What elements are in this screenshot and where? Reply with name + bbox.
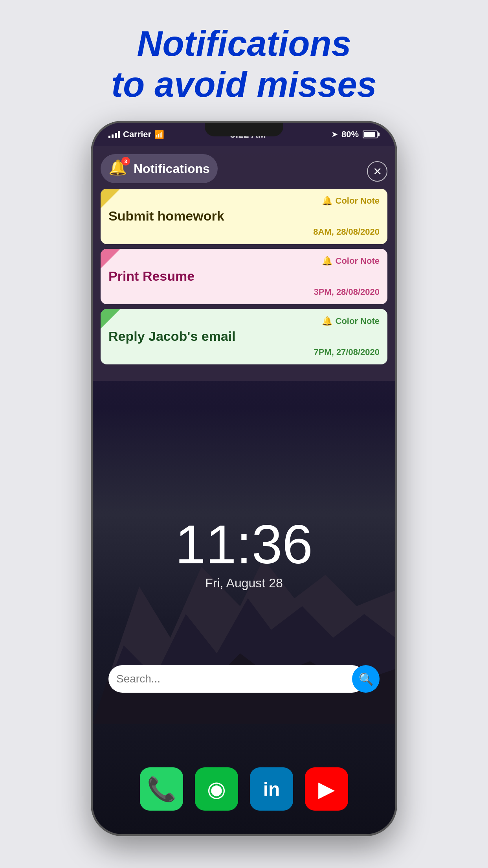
battery-fill [364, 132, 375, 137]
card1-app-row: 🔔 Color Note [108, 196, 380, 206]
battery-icon [363, 131, 380, 138]
carrier-label: Carrier [123, 129, 151, 140]
lockscreen-clock: 11:36 Fri, August 28 [93, 517, 395, 590]
card-corner-green [101, 309, 120, 329]
lock-date: Fri, August 28 [93, 576, 395, 590]
location-icon: ➤ [332, 130, 338, 139]
app-dock: 📞 ◉ in ▶ [93, 767, 395, 811]
dock-icon-youtube[interactable]: ▶ [305, 767, 348, 811]
power-button [396, 225, 397, 264]
signal-bar-2 [112, 134, 114, 138]
signal-bar-1 [108, 136, 110, 138]
close-button[interactable]: ✕ [367, 161, 387, 182]
bell-wrapper: 🔔 3 [108, 159, 128, 178]
notification-header: 🔔 3 Notifications [101, 154, 218, 183]
vol-up-button [91, 209, 92, 233]
battery-percent: 80% [341, 129, 359, 140]
signal-bar-4 [118, 131, 120, 138]
card3-datetime: 7PM, 27/08/2020 [108, 347, 380, 357]
phone-mockup: 11:36 Fri, August 28 🔍 📞 ◉ in ▶ Carrier … [91, 121, 397, 836]
card1-app-name: Color Note [336, 196, 380, 206]
card2-bell-icon: 🔔 [322, 256, 332, 266]
page-title-block: Notifications to avoid misses [111, 24, 376, 105]
vol-down-button [91, 241, 92, 272]
card3-app-row: 🔔 Color Note [108, 316, 380, 326]
wifi-icon: 📶 [154, 130, 164, 139]
search-button[interactable]: 🔍 [352, 665, 380, 693]
dock-icon-wechat[interactable]: ◉ [195, 767, 238, 811]
card2-app-row: 🔔 Color Note [108, 256, 380, 266]
status-right: ➤ 80% [332, 129, 380, 140]
headline-line2: to avoid misses [111, 64, 376, 105]
notification-panel-title: Notifications [134, 162, 210, 176]
status-left: Carrier 📶 [108, 129, 164, 140]
card-corner-yellow [101, 189, 120, 208]
lock-time-digits: 11:36 [93, 517, 395, 572]
signal-bar-3 [115, 133, 117, 138]
card2-note-title: Print Resume [108, 268, 380, 284]
notification-header-row: 🔔 3 Notifications ✕ [101, 154, 387, 189]
battery-body [363, 131, 378, 138]
notification-badge: 3 [121, 157, 130, 166]
card3-bell-icon: 🔔 [322, 316, 332, 326]
phone-notch [205, 123, 283, 136]
card-corner-pink [101, 249, 120, 268]
notification-card-3[interactable]: 🔔 Color Note Reply Jacob's email 7PM, 27… [101, 309, 387, 364]
card1-datetime: 8AM, 28/08/2020 [108, 227, 380, 237]
battery-tip [378, 132, 380, 136]
card1-note-title: Submit homework [108, 208, 380, 224]
signal-icon [108, 131, 120, 138]
card3-note-title: Reply Jacob's email [108, 329, 380, 344]
headline-line1: Notifications [111, 24, 376, 64]
card3-app-name: Color Note [336, 316, 380, 326]
dock-icon-linkedin[interactable]: in [250, 767, 293, 811]
notification-card-2[interactable]: 🔔 Color Note Print Resume 3PM, 28/08/202… [101, 249, 387, 304]
search-input[interactable] [108, 665, 366, 693]
notification-card-1[interactable]: 🔔 Color Note Submit homework 8AM, 28/08/… [101, 189, 387, 244]
search-bar[interactable]: 🔍 [108, 665, 380, 693]
dock-icon-whatsapp[interactable]: 📞 [140, 767, 183, 811]
notification-panel: 🔔 3 Notifications ✕ 🔔 Color Note Submit … [93, 146, 395, 381]
card1-bell-icon: 🔔 [322, 196, 332, 206]
card2-app-name: Color Note [336, 256, 380, 266]
card2-datetime: 3PM, 28/08/2020 [108, 287, 380, 297]
